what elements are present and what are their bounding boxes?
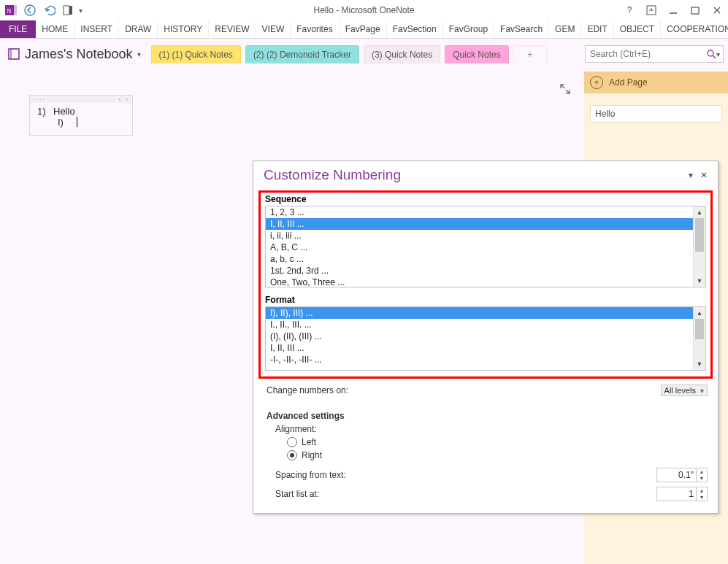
note-text: Hello	[53, 106, 75, 117]
ribbon-tab-edit[interactable]: EDIT	[581, 20, 613, 38]
ribbon-tab-favorites[interactable]: Favorites	[291, 20, 339, 38]
minimize-button[interactable]	[667, 4, 680, 17]
format-listbox[interactable]: I), II), III) ... I., II., III. ... (I),…	[265, 306, 706, 371]
list-item[interactable]: I., II., III. ...	[266, 319, 705, 331]
scrollbar[interactable]: ▲ ▼	[693, 307, 705, 370]
section-tab[interactable]: (3) Quick Notes	[364, 45, 440, 63]
ribbon-tab-draw[interactable]: DRAW	[119, 20, 158, 38]
ribbon-tab-gem[interactable]: GEM	[549, 20, 581, 38]
resize-handle-icon[interactable]: ‹ ›	[119, 96, 130, 103]
levels-dropdown[interactable]: All levels ▾	[661, 385, 708, 396]
dock-icon[interactable]	[60, 2, 76, 18]
notebook-icon	[7, 47, 20, 61]
onenote-app-icon: N	[3, 2, 19, 18]
ribbon-tab-favpage[interactable]: FavPage	[340, 20, 387, 38]
levels-value: All levels	[664, 386, 696, 395]
scroll-down-icon[interactable]: ▼	[694, 358, 705, 370]
alignment-right-radio[interactable]	[287, 450, 297, 460]
close-button[interactable]	[710, 4, 724, 17]
customize-numbering-dialog: Customize Numbering ▾ ✕ Sequence 1, 2, 3…	[253, 161, 719, 514]
ribbon-tab-cooperation[interactable]: COOPERATION	[661, 20, 728, 38]
spacing-label: Spacing from text:	[275, 470, 346, 480]
ribbon-tab-review[interactable]: REVIEW	[209, 20, 256, 38]
qat-dropdown-icon[interactable]: ▾	[79, 7, 83, 15]
maximize-button[interactable]	[689, 4, 702, 17]
section-tab[interactable]: (2) (2) Demonoid Tracker	[245, 45, 359, 63]
spacing-value: 0.1"	[678, 470, 694, 480]
notebook-dropdown-icon[interactable]: ▾	[137, 50, 141, 58]
svg-rect-8	[691, 7, 699, 14]
list-item[interactable]: 1, 2, 3 ...	[266, 206, 705, 218]
list-number: I)	[58, 117, 74, 128]
list-item[interactable]: -I-, -II-, -III- ...	[266, 354, 705, 366]
text-cursor	[77, 117, 77, 127]
advanced-settings-label: Advanced settings	[267, 411, 708, 421]
search-scope-dropdown-icon[interactable]: ▾	[716, 50, 720, 58]
dialog-dropdown-icon[interactable]: ▾	[689, 170, 693, 180]
ribbon-tab-insert[interactable]: INSERT	[74, 20, 119, 38]
list-item[interactable]: 1st, 2nd, 3rd ...	[266, 265, 705, 277]
list-item[interactable]: a, b, c ...	[266, 253, 705, 265]
add-page-button[interactable]: + Add Page	[584, 72, 728, 93]
start-list-input[interactable]: 1 ▲▼	[656, 487, 708, 501]
scroll-thumb[interactable]	[695, 218, 704, 252]
ribbon-tab-home[interactable]: HOME	[36, 20, 74, 38]
dialog-title: Customize Numbering	[264, 167, 401, 183]
note-container[interactable]: ···· ‹ › 1) Hello I)	[29, 95, 133, 136]
back-icon[interactable]	[22, 2, 38, 18]
ribbon-tab-favsection[interactable]: FavSection	[387, 20, 443, 38]
grip-icon[interactable]: ····	[33, 96, 46, 103]
plus-icon: +	[590, 76, 603, 89]
section-tab[interactable]: (1) (1) Quick Notes	[151, 45, 241, 63]
dialog-close-icon[interactable]: ✕	[700, 170, 708, 180]
svg-rect-1	[14, 5, 17, 15]
svg-rect-4	[64, 6, 69, 15]
alignment-label: Alignment:	[275, 424, 317, 434]
spinner[interactable]: ▲▼	[696, 468, 707, 482]
change-numbers-label: Change numbers on:	[267, 385, 348, 395]
undo-icon[interactable]	[41, 2, 57, 18]
list-item[interactable]: One, Two, Three ...	[266, 277, 705, 287]
help-icon[interactable]: ?	[623, 4, 636, 17]
svg-rect-5	[69, 6, 72, 15]
sequence-listbox[interactable]: 1, 2, 3 ... I, II, III ... i, ii, iii ..…	[265, 206, 706, 287]
section-tab[interactable]: Quick Notes	[445, 45, 508, 63]
spacing-input[interactable]: 0.1" ▲▼	[656, 468, 708, 482]
scroll-thumb[interactable]	[695, 319, 704, 339]
scroll-up-icon[interactable]: ▲	[694, 307, 705, 319]
list-item[interactable]: I, II, III ...	[266, 342, 705, 354]
ribbon-display-options-icon[interactable]	[645, 4, 658, 17]
ribbon-tab-favsearch[interactable]: FavSearch	[494, 20, 549, 38]
ribbon-tab-history[interactable]: HISTORY	[158, 20, 209, 38]
ribbon-tab-object[interactable]: OBJECT	[614, 20, 661, 38]
list-item[interactable]: i, ii, iii ...	[266, 230, 705, 242]
start-list-label: Start list at:	[275, 489, 319, 499]
svg-point-13	[708, 50, 713, 56]
search-field[interactable]	[589, 48, 706, 60]
ribbon-tab-view[interactable]: VIEW	[256, 20, 291, 38]
search-input[interactable]: ▾	[585, 45, 724, 63]
page-list-item[interactable]: Hello	[590, 105, 722, 123]
alignment-left-radio[interactable]	[287, 437, 297, 447]
notebook-selector[interactable]: James's Notebook ▾	[7, 47, 147, 62]
file-tab[interactable]: FILE	[0, 20, 36, 38]
spinner[interactable]: ▲▼	[696, 487, 707, 501]
search-icon[interactable]	[706, 49, 716, 59]
note-container-handle[interactable]: ···· ‹ ›	[30, 96, 132, 103]
format-label: Format	[265, 295, 706, 305]
note-content[interactable]: 1) Hello I)	[30, 103, 132, 135]
ribbon-tab-favgroup[interactable]: FavGroup	[443, 20, 494, 38]
list-item[interactable]: A, B, C ...	[266, 242, 705, 253]
svg-point-3	[25, 5, 35, 15]
alignment-right-label: Right	[302, 450, 322, 460]
svg-rect-11	[9, 49, 19, 59]
expand-icon[interactable]	[559, 83, 571, 95]
list-item[interactable]: I), II), III) ...	[266, 307, 705, 319]
list-item[interactable]: I, II, III ...	[266, 218, 705, 230]
scrollbar[interactable]: ▲ ▼	[693, 206, 705, 287]
svg-line-14	[713, 55, 716, 58]
scroll-down-icon[interactable]: ▼	[694, 275, 705, 287]
scroll-up-icon[interactable]: ▲	[694, 206, 705, 218]
new-section-button[interactable]: +	[513, 45, 547, 63]
list-item[interactable]: (I), (II), (III) ...	[266, 331, 705, 342]
